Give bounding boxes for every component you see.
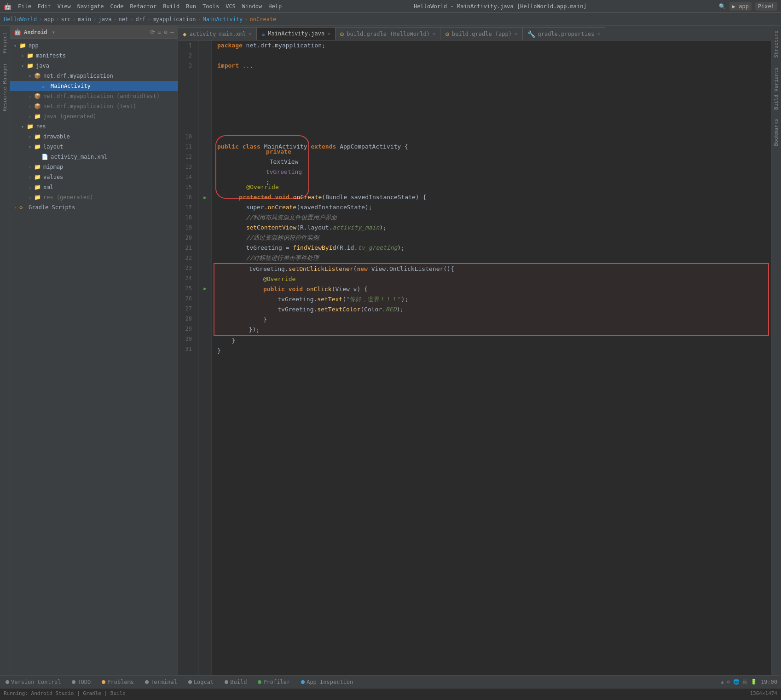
code-line-29[interactable]: }); — [214, 325, 768, 335]
close-tab-prop[interactable]: × — [597, 31, 600, 37]
dropdown-arrow[interactable]: ▾ — [52, 29, 55, 35]
pixel-label[interactable]: Pixel — [755, 2, 777, 11]
tab-build-gradle-helloworld[interactable]: ⚙ build.gradle (HelloWorld) × — [336, 27, 441, 40]
code-line-22[interactable]: //对标签进行单击事件处理 — [212, 253, 771, 263]
code-line-4[interactable] — [212, 71, 771, 81]
tree-item-java[interactable]: ▾ 📁 java — [10, 61, 178, 71]
bookmarks-label[interactable]: Bookmarks — [772, 114, 780, 151]
search-icon[interactable]: 🔍 — [719, 3, 726, 10]
tree-item-mainactivity[interactable]: ☕ MainActivity — [10, 81, 178, 91]
menu-tools[interactable]: Tools — [202, 3, 219, 10]
tree-item-app[interactable]: ▾ 📁 app — [10, 40, 178, 51]
code-line-27[interactable]: tvGreeting. setTextColor (Color. RED ); — [214, 304, 768, 315]
code-line-21[interactable]: tvGreeting = findViewById (R.id. tv_gree… — [212, 243, 771, 253]
code-line-17[interactable]: super. onCreate (savedInstanceState); — [212, 202, 771, 212]
code-line-25[interactable]: public void onClick (View v) { — [214, 284, 768, 294]
app-inspection-btn[interactable]: App Inspection — [299, 678, 355, 686]
bc-helloworld[interactable]: HelloWorld — [4, 16, 37, 23]
sync-icon[interactable]: ⟳ — [150, 29, 155, 35]
bc-src[interactable]: src — [61, 16, 71, 23]
tree-item-layout[interactable]: ▾ 📁 layout — [10, 142, 178, 152]
run-gutter-icon[interactable]: ▶ — [203, 195, 207, 201]
bc-main[interactable]: main — [78, 16, 91, 23]
close-tab-gradle-2[interactable]: × — [515, 31, 518, 37]
build-btn[interactable]: Build — [223, 678, 249, 686]
code-line-30[interactable]: } — [212, 336, 771, 346]
tab-gradle-properties[interactable]: 🔧 gradle.properties × — [523, 27, 605, 40]
menu-window[interactable]: Window — [242, 3, 262, 10]
code-line-2[interactable] — [212, 51, 771, 61]
code-line-13[interactable]: private TextView tvGreeting ; — [212, 162, 771, 172]
tree-item-res-generated[interactable]: › 📁 res (generated) — [10, 192, 178, 202]
tree-item-res[interactable]: ▾ 📁 res — [10, 121, 178, 132]
bc-net[interactable]: net — [119, 16, 129, 23]
todo-btn[interactable]: TODO — [70, 678, 93, 686]
project-panel-label[interactable]: Project — [1, 28, 9, 58]
bc-mainactivity[interactable]: MainActivity — [203, 16, 243, 23]
code-line-1[interactable]: package net.drf.myapplication; — [212, 40, 771, 51]
bc-app[interactable]: app — [44, 16, 54, 23]
resource-manager-label[interactable]: Resource Manager — [1, 58, 9, 116]
structure-panel-label[interactable]: Structure — [772, 26, 780, 63]
menu-refactor[interactable]: Refactor — [130, 3, 156, 10]
tree-item-androidtest[interactable]: › 📦 net.drf.myapplication (androidTest) — [10, 91, 178, 101]
logcat-btn[interactable]: Logcat — [186, 678, 215, 686]
code-line-23[interactable]: tvGreeting. setOnClickListener ( new Vie… — [214, 264, 768, 274]
tree-item-java-generated[interactable]: › 📁 java (generated) — [10, 111, 178, 121]
gutter-25[interactable]: ▶ — [199, 283, 211, 293]
code-line-18[interactable]: //利用布局资源文件设置用户界面 — [212, 212, 771, 223]
code-line-26[interactable]: tvGreeting. setText ( "你好，世界！！！" ); — [214, 294, 768, 304]
tab-activity-main-xml[interactable]: ◆ activity_main.xml × — [178, 27, 257, 40]
menu-build[interactable]: Build — [163, 3, 179, 10]
profiler-btn[interactable]: Profiler — [256, 678, 292, 686]
run-gutter-icon-2[interactable]: ▶ — [203, 286, 207, 292]
run-config[interactable]: ▶ app — [729, 2, 752, 11]
code-line-6[interactable] — [212, 91, 771, 101]
tab-build-gradle-app[interactable]: ⚙ build.gradle (app) × — [440, 27, 522, 40]
menu-edit[interactable]: Edit — [38, 3, 51, 10]
tree-item-mipmap[interactable]: › 📁 mipmap — [10, 162, 178, 172]
menu-navigate[interactable]: Navigate — [77, 3, 104, 10]
gutter-16[interactable]: ▶ — [199, 192, 211, 202]
bc-myapplication[interactable]: myapplication — [152, 16, 196, 23]
menu-bar[interactable]: File Edit View Navigate Code Refactor Bu… — [18, 3, 282, 10]
tree-item-manifests[interactable]: › 📁 manifests — [10, 51, 178, 61]
close-sidebar-icon[interactable]: — — [170, 29, 174, 35]
tree-item-package[interactable]: ▾ 📦 net.drf.myapplication — [10, 71, 178, 81]
code-line-20[interactable]: //通过资源标识符控件实例 — [212, 233, 771, 243]
code-line-8[interactable] — [212, 111, 771, 121]
code-line-28[interactable]: } — [214, 315, 768, 325]
code-content[interactable]: package net.drf.myapplication; import ..… — [212, 40, 771, 675]
terminal-btn[interactable]: Terminal — [143, 678, 179, 686]
code-line-24[interactable]: @Override — [214, 274, 768, 284]
code-line-9[interactable] — [212, 121, 771, 132]
tree-item-drawable[interactable]: › 📁 drawable — [10, 132, 178, 142]
close-tab-xml[interactable]: × — [249, 31, 252, 37]
tree-item-gradle-scripts[interactable]: › ⚙ Gradle Scripts — [10, 202, 178, 212]
tree-item-activity-main-xml[interactable]: 📄 activity_main.xml — [10, 152, 178, 162]
close-tab-gradle-1[interactable]: × — [433, 31, 436, 37]
bc-oncreate[interactable]: onCreate — [250, 16, 277, 23]
menu-vcs[interactable]: VCS — [226, 3, 236, 10]
problems-btn[interactable]: Problems — [100, 678, 136, 686]
menu-code[interactable]: Code — [110, 3, 124, 10]
bc-drf[interactable]: drf — [136, 16, 146, 23]
tree-item-test[interactable]: › 📦 net.drf.myapplication (test) — [10, 101, 178, 111]
code-line-5[interactable] — [212, 81, 771, 91]
bc-java[interactable]: java — [98, 16, 111, 23]
code-line-7[interactable] — [212, 101, 771, 111]
filter-icon[interactable]: ⚙ — [164, 29, 168, 35]
code-line-16[interactable]: protected void onCreate (Bundle savedIns… — [212, 192, 771, 202]
close-tab-java[interactable]: × — [327, 31, 330, 37]
menu-file[interactable]: File — [18, 3, 31, 10]
menu-help[interactable]: Help — [268, 3, 282, 10]
build-variants-label[interactable]: Build Variants — [772, 63, 780, 115]
code-line-31[interactable]: } — [212, 346, 771, 356]
tree-item-values[interactable]: › 📁 values — [10, 172, 178, 182]
version-control-btn[interactable]: Version Control — [4, 678, 63, 686]
menu-view[interactable]: View — [58, 3, 71, 10]
menu-run[interactable]: Run — [186, 3, 196, 10]
code-line-19[interactable]: setContentView (R.layout. activity_main … — [212, 223, 771, 233]
code-line-3[interactable]: import ... — [212, 61, 771, 71]
collapse-icon[interactable]: ≡ — [158, 29, 162, 35]
